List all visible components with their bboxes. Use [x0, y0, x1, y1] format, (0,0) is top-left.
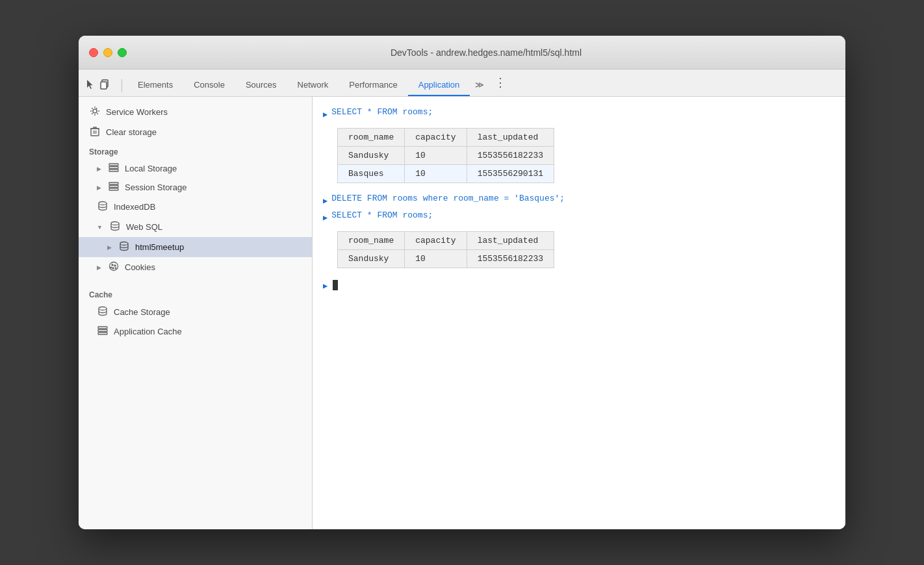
session-storage-icon [108, 182, 120, 193]
chevron-right-icon-session [97, 184, 101, 191]
more-tabs-button[interactable] [470, 75, 489, 96]
svg-point-15 [114, 265, 116, 266]
tab-performance[interactable]: Performance [339, 75, 407, 96]
svg-rect-4 [109, 164, 118, 166]
tab-sources[interactable]: Sources [235, 75, 287, 96]
sql-query-text-3: SELECT * FROM rooms; [331, 210, 433, 220]
window-title: DevTools - andrew.hedges.name/html5/sql.… [137, 47, 835, 58]
cursor-icon[interactable] [85, 79, 96, 92]
chevron-right-icon-html5 [107, 244, 112, 251]
input-prompt-icon: ▶ [323, 281, 327, 291]
sidebar-label-clear-storage: Clear storage [106, 127, 157, 137]
sidebar-item-cookies[interactable]: Cookies [79, 257, 312, 277]
tab-elements[interactable]: Elements [127, 75, 183, 96]
menu-button[interactable] [489, 70, 511, 96]
cell-capacity: 10 [405, 165, 467, 183]
application-cache-icon [97, 326, 109, 337]
chevron-down-icon-websql [97, 223, 103, 231]
sql-result-table-1: room_name capacity last_updated Sandusky… [337, 128, 554, 183]
svg-point-12 [120, 242, 128, 245]
prompt-icon-3[interactable]: ▶ [323, 213, 327, 223]
menu-dots-icon [494, 77, 506, 88]
prompt-icon-2[interactable]: ▶ [323, 196, 327, 206]
sidebar-item-service-workers[interactable]: Service Workers [79, 102, 312, 122]
local-storage-icon [108, 163, 120, 174]
sidebar-item-websql[interactable]: Web SQL [79, 217, 312, 237]
sql-query-line-2: ▶ DELETE FROM rooms where room_name = 'B… [323, 194, 835, 209]
svg-point-11 [111, 222, 119, 225]
cell-last-updated: 1553556290131 [467, 165, 554, 183]
svg-point-16 [112, 268, 114, 269]
main-area: Service Workers Clear storage Storage [79, 97, 845, 529]
trash-icon [89, 126, 101, 138]
svg-point-17 [115, 268, 116, 269]
sql-query-line-1: ▶ SELECT * FROM rooms; [323, 107, 835, 123]
toolbar-icons [85, 79, 110, 96]
tab-console[interactable]: Console [183, 75, 235, 96]
sidebar-label-websql: Web SQL [126, 222, 162, 232]
table-row: Basques 10 1553556290131 [338, 165, 554, 183]
websql-icon [109, 221, 121, 233]
tab-application[interactable]: Application [408, 75, 470, 96]
sidebar-item-indexeddb[interactable]: IndexedDB [79, 197, 312, 217]
sql-query-text-2: DELETE FROM rooms where room_name = 'Bas… [331, 194, 565, 203]
sidebar-item-local-storage[interactable]: Local Storage [79, 159, 312, 178]
sidebar-label-cache-storage: Cache Storage [114, 307, 170, 317]
svg-rect-21 [98, 330, 107, 332]
svg-rect-7 [109, 182, 118, 184]
prompt-icon-1[interactable]: ▶ [323, 110, 327, 119]
maximize-button[interactable] [118, 48, 127, 57]
col-header-last-updated-1: last_updated [467, 129, 554, 147]
cell-capacity: 10 [405, 250, 467, 268]
sidebar-item-session-storage[interactable]: Session Storage [79, 178, 312, 197]
cookies-icon [108, 261, 120, 273]
sidebar: Service Workers Clear storage Storage [79, 97, 313, 529]
sql-cursor [333, 280, 338, 290]
sidebar-label-application-cache: Application Cache [114, 327, 182, 336]
svg-point-10 [99, 202, 107, 205]
sidebar-section-cache: Cache [79, 285, 312, 302]
sidebar-label-cookies: Cookies [125, 262, 155, 272]
more-tabs-icon [475, 80, 484, 90]
col-header-room-name-2: room_name [338, 232, 405, 250]
minimize-button[interactable] [103, 48, 112, 57]
cell-capacity: 10 [405, 147, 467, 165]
copy-icon[interactable] [99, 79, 110, 92]
cache-storage-icon [97, 306, 109, 318]
sidebar-item-application-cache[interactable]: Application Cache [79, 322, 312, 341]
svg-point-18 [110, 267, 112, 268]
sidebar-item-html5meetup[interactable]: html5meetup [79, 237, 312, 257]
svg-rect-8 [109, 186, 118, 188]
sidebar-label-service-workers: Service Workers [106, 107, 168, 117]
cell-room-name: Basques [338, 165, 405, 183]
sql-query-text-1: SELECT * FROM rooms; [331, 107, 433, 117]
col-header-room-name-1: room_name [338, 129, 405, 147]
close-button[interactable] [89, 48, 98, 57]
col-header-last-updated-2: last_updated [467, 232, 554, 250]
svg-point-13 [110, 262, 118, 271]
sql-console[interactable]: ▶ SELECT * FROM rooms; room_name capacit… [313, 97, 845, 301]
titlebar: DevTools - andrew.hedges.name/html5/sql.… [79, 36, 845, 69]
svg-rect-9 [109, 188, 118, 190]
tab-divider [122, 79, 122, 92]
tabbar: Elements Console Sources Network Perform… [79, 69, 845, 97]
col-header-capacity-2: capacity [405, 232, 467, 250]
sql-input-line[interactable]: ▶ [323, 279, 835, 291]
sidebar-item-cache-storage[interactable]: Cache Storage [79, 302, 312, 322]
chevron-right-icon-cookies [97, 264, 101, 271]
sidebar-label-local-storage: Local Storage [125, 164, 177, 173]
tab-network[interactable]: Network [287, 75, 339, 96]
cell-room-name: Sandusky [338, 250, 405, 268]
html5meetup-icon [118, 241, 130, 253]
table-row: Sandusky 10 1553556182233 [338, 147, 554, 165]
content-area: ▶ SELECT * FROM rooms; room_name capacit… [313, 97, 845, 529]
svg-rect-1 [101, 82, 107, 89]
table-row: Sandusky 10 1553556182233 [338, 250, 554, 268]
svg-rect-5 [109, 167, 118, 169]
cell-last-updated: 1553556182233 [467, 147, 554, 165]
svg-point-2 [93, 109, 97, 113]
sql-query-line-3: ▶ SELECT * FROM rooms; [323, 210, 835, 226]
svg-rect-20 [98, 327, 107, 329]
indexeddb-icon [97, 201, 109, 213]
sidebar-item-clear-storage[interactable]: Clear storage [79, 122, 312, 142]
